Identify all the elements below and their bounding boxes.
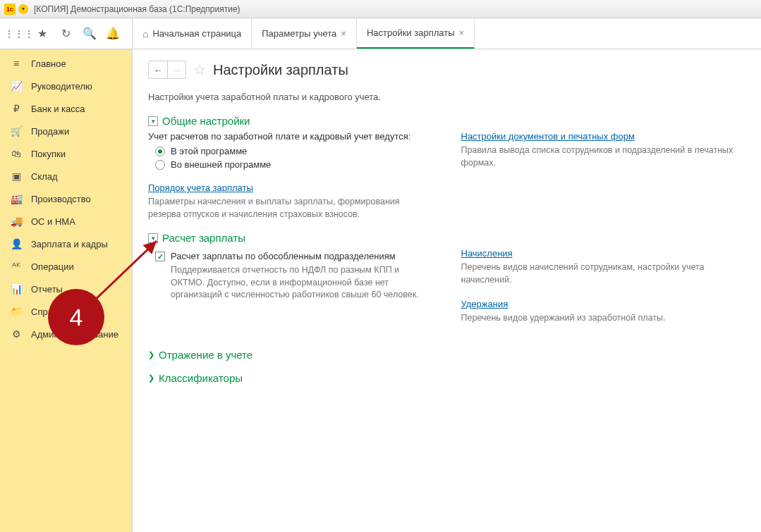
report-icon: 📊: [10, 283, 23, 295]
toolbar: ⋮⋮⋮ ★ ↻ 🔍 🔔 ⌂ Начальная страница Парамет…: [0, 18, 761, 49]
checkbox-label: Расчет зарплаты по обособленным подразде…: [171, 251, 433, 261]
page-title: Настройки зарплаты: [213, 62, 348, 78]
box-icon: ▣: [10, 171, 23, 182]
desc-text: Перечень видов удержаний из заработной п…: [461, 312, 746, 325]
annotation-number: 4: [70, 304, 83, 331]
section-header-reflection[interactable]: ❯ Отражение в учете: [148, 349, 745, 361]
cart-icon: 🛒: [10, 125, 23, 137]
section-classifiers: ❯ Классификаторы: [148, 372, 745, 384]
back-button[interactable]: ←: [149, 61, 167, 78]
radio-external-program[interactable]: Во внешней программе: [155, 159, 433, 170]
chevron-right-icon: ❯: [148, 350, 154, 359]
title-bar: 1c ▼ [КОПИЯ] Демонстрационная база (1С:П…: [0, 0, 761, 18]
link-salary-order[interactable]: Порядок учета зарплаты: [148, 183, 253, 193]
factory-icon: 🏭: [10, 193, 23, 204]
sidebar-item-label: Продажи: [31, 126, 69, 137]
content: ← → ☆ Настройки зарплаты Настройки учета…: [133, 49, 761, 532]
radio-this-program[interactable]: В этой программе: [155, 146, 433, 156]
radio-label: Во внешней программе: [171, 159, 271, 170]
desc-text: Правила вывода списка сотрудников и подр…: [461, 144, 746, 169]
chevron-down-icon: ▾: [148, 233, 158, 243]
forward-button[interactable]: →: [167, 61, 185, 78]
sidebar-item-purchases[interactable]: 🛍Покупки: [0, 142, 132, 165]
tab-label: Настройки зарплаты: [367, 27, 455, 38]
sidebar-item-label: Руководителю: [31, 81, 92, 92]
sidebar-item-label: ОС и НМА: [31, 216, 75, 227]
tabs: ⌂ Начальная страница Параметры учета × Н…: [133, 18, 761, 49]
sidebar-item-sales[interactable]: 🛒Продажи: [0, 120, 132, 142]
window-title: [КОПИЯ] Демонстрационная база (1С:Предпр…: [34, 4, 241, 14]
desc-text: Параметры начисления и выплаты зарплаты,…: [148, 196, 433, 221]
folder-icon: 📁: [10, 306, 23, 317]
sidebar-item-main[interactable]: ≡Главное: [0, 52, 132, 75]
field-label: Учет расчетов по заработной плате и кадр…: [148, 131, 433, 142]
page-header: ← → ☆ Настройки зарплаты: [148, 61, 745, 79]
app-dropdown[interactable]: ▼: [18, 4, 28, 14]
tab-home[interactable]: ⌂ Начальная страница: [133, 18, 252, 49]
link-accruals[interactable]: Начисления: [461, 248, 513, 259]
sidebar-item-manager[interactable]: 📈Руководителю: [0, 75, 132, 97]
sidebar-item-label: Зарплата и кадры: [31, 239, 108, 249]
favorite-icon[interactable]: ★: [34, 25, 51, 42]
section-reflection: ❯ Отражение в учете: [148, 349, 745, 361]
home-icon: ⌂: [142, 28, 148, 39]
close-icon[interactable]: ×: [341, 28, 346, 39]
toolbar-icons: ⋮⋮⋮ ★ ↻ 🔍 🔔: [0, 18, 133, 49]
sidebar-item-assets[interactable]: 🚚ОС и НМА: [0, 210, 132, 233]
tab-salary-settings[interactable]: Настройки зарплаты ×: [357, 18, 475, 49]
desc-text: Перечень видов начислений сотрудникам, н…: [461, 261, 746, 286]
section-title: Отражение в учете: [159, 349, 252, 361]
sidebar-item-label: Покупки: [31, 149, 66, 159]
section-header-classifiers[interactable]: ❯ Классификаторы: [148, 372, 745, 384]
tab-label: Начальная страница: [152, 28, 241, 39]
sidebar-item-label: Отчеты: [31, 284, 63, 295]
sidebar-item-label: Главное: [31, 58, 66, 69]
star-icon[interactable]: ☆: [193, 61, 206, 78]
chevron-down-icon: ▾: [148, 116, 158, 126]
gear-icon: ⚙: [10, 328, 23, 340]
section-title: Расчет зарплаты: [162, 232, 245, 244]
sidebar-item-label: Банк и касса: [31, 104, 85, 114]
menu-icon: ≡: [10, 58, 23, 69]
annotation-badge: 4: [48, 289, 104, 345]
ruble-icon: ₽: [10, 103, 23, 114]
sidebar-item-salary[interactable]: 👤Зарплата и кадры: [0, 233, 132, 255]
section-title: Общие настройки: [162, 115, 250, 127]
checkbox-separate-divisions[interactable]: [155, 252, 165, 261]
bell-icon[interactable]: 🔔: [104, 25, 121, 42]
bag-icon: 🛍: [10, 148, 23, 159]
tab-params[interactable]: Параметры учета ×: [252, 18, 357, 49]
sidebar-item-bank[interactable]: ₽Банк и касса: [0, 97, 132, 120]
radio-icon: [155, 147, 165, 156]
search-icon[interactable]: 🔍: [81, 25, 98, 42]
tab-label: Параметры учета: [262, 28, 336, 39]
chevron-right-icon: ❯: [148, 373, 154, 383]
link-doc-settings[interactable]: Настройки документов и печатных форм: [461, 131, 635, 142]
history-icon[interactable]: ↻: [57, 25, 74, 42]
section-header-calc[interactable]: ▾ Расчет зарплаты: [148, 232, 745, 244]
sidebar-item-production[interactable]: 🏭Производство: [0, 187, 132, 210]
nav-buttons: ← →: [148, 61, 186, 79]
page-subtitle: Настройки учета заработной платы и кадро…: [148, 92, 745, 102]
close-icon[interactable]: ×: [459, 27, 465, 38]
chart-icon: 📈: [10, 80, 23, 92]
ops-icon: ᴬᴷ: [10, 261, 23, 272]
apps-icon[interactable]: ⋮⋮⋮: [11, 25, 28, 42]
section-general: ▾ Общие настройки Учет расчетов по зараб…: [148, 115, 745, 221]
sidebar-item-label: Склад: [31, 171, 58, 182]
section-calc: ▾ Расчет зарплаты Расчет зарплаты по обо…: [148, 232, 745, 338]
app-icon: 1c: [4, 4, 16, 15]
desc-text: Поддерживается отчетность по НДФЛ по раз…: [171, 264, 433, 302]
truck-icon: 🚚: [10, 216, 23, 227]
sidebar-item-operations[interactable]: ᴬᴷОперации: [0, 255, 132, 278]
sidebar-item-warehouse[interactable]: ▣Склад: [0, 165, 132, 187]
sidebar-item-label: Производство: [31, 194, 91, 204]
sidebar-item-label: Операции: [31, 261, 74, 272]
link-deductions[interactable]: Удержания: [461, 299, 509, 309]
section-title: Классификаторы: [159, 372, 243, 384]
radio-label: В этой программе: [171, 146, 247, 156]
radio-icon: [155, 160, 165, 170]
person-icon: 👤: [10, 238, 23, 249]
section-header-general[interactable]: ▾ Общие настройки: [148, 115, 745, 127]
